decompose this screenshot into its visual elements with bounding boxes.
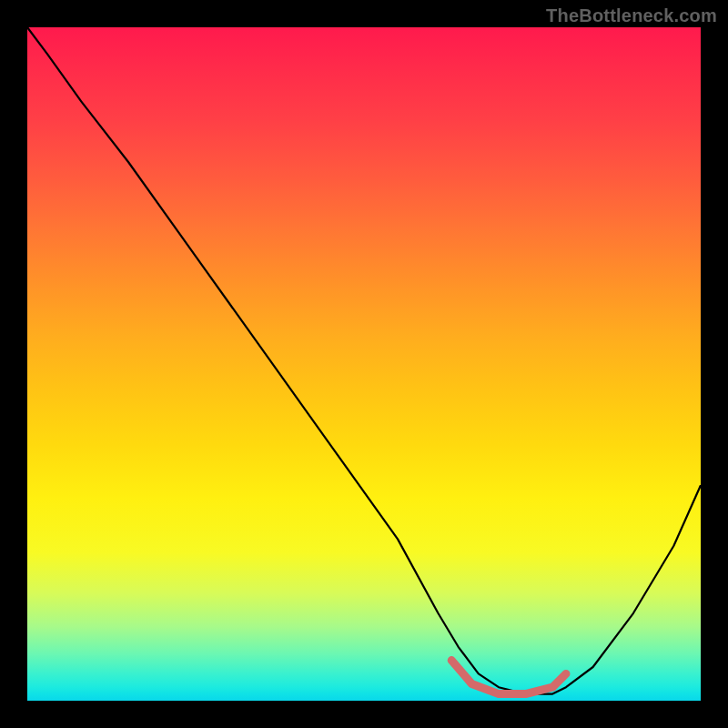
bottleneck-curve [27, 27, 701, 694]
curve-layer [27, 27, 701, 701]
chart-frame: TheBottleneck.com [0, 0, 728, 728]
plot-area [27, 27, 701, 701]
watermark-text: TheBottleneck.com [546, 5, 717, 26]
